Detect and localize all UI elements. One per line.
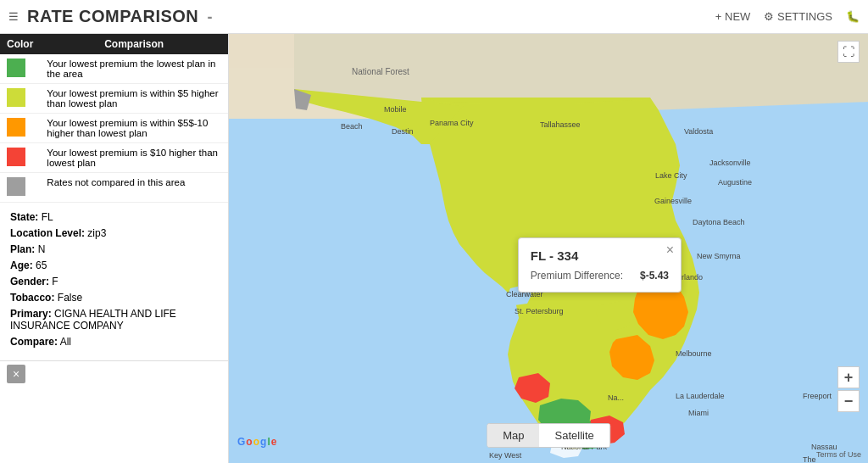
- svg-text:Daytona Beach: Daytona Beach: [693, 218, 745, 226]
- map-popup: × FL - 334 Premium Difference: $-5.43: [518, 237, 682, 293]
- map-area[interactable]: National Forest Tallahassee Valdosta Jac…: [229, 34, 868, 463]
- legend-color-swatch: [7, 177, 25, 196]
- google-logo: Google: [237, 436, 276, 448]
- zoom-out-button[interactable]: −: [837, 390, 860, 412]
- header-right: + NEW ⚙ SETTINGS 🐛: [715, 10, 860, 23]
- legend-text-cell: Rates not compared in this area: [40, 173, 228, 203]
- tobacco-info: Tobacco: False: [10, 292, 218, 304]
- svg-text:Miami: Miami: [688, 409, 709, 417]
- legend-color-cell: [0, 173, 40, 203]
- gender-info: Gender: F: [10, 276, 218, 287]
- legend-row: Rates not compared in this area: [0, 173, 228, 203]
- svg-text:Panama City: Panama City: [430, 119, 474, 127]
- left-panel: Color Comparison Your lowest premium the…: [0, 34, 229, 463]
- legend-row: Your lowest premium is within $5 higher …: [0, 84, 228, 114]
- legend-comparison-header: Comparison: [40, 34, 228, 54]
- plan-info: Plan: N: [10, 243, 218, 255]
- menu-button[interactable]: ☰: [8, 10, 19, 23]
- map-national-forest-label: National Forest: [352, 67, 409, 76]
- legend-text-cell: Your lowest premium the lowest plan in t…: [40, 54, 228, 84]
- svg-text:Key West: Key West: [489, 451, 522, 460]
- legend-row: Your lowest premium the lowest plan in t…: [0, 54, 228, 84]
- svg-text:Jacksonville: Jacksonville: [709, 159, 751, 167]
- title-text: RATE COMPARISON: [27, 7, 198, 25]
- terms-link[interactable]: Terms of Use: [816, 450, 861, 459]
- legend-text-cell: Your lowest premium is $10 higher than l…: [40, 143, 228, 173]
- legend-row: Your lowest premium is within $5$-10 hig…: [0, 114, 228, 143]
- svg-text:Melbourne: Melbourne: [676, 349, 712, 358]
- popup-close-button[interactable]: ×: [666, 243, 674, 258]
- legend-color-cell: [0, 84, 40, 114]
- popup-premium-label: Premium Difference:: [531, 270, 623, 282]
- title-suffix: -: [207, 8, 213, 25]
- legend-color-cell: [0, 54, 40, 84]
- svg-text:Destin: Destin: [392, 127, 414, 136]
- header-left: ☰ RATE COMPARISON -: [8, 7, 213, 26]
- svg-text:Mobile: Mobile: [384, 105, 407, 114]
- new-button[interactable]: + NEW: [715, 10, 751, 23]
- legend-color-swatch: [7, 118, 25, 137]
- zoom-in-button[interactable]: +: [837, 366, 860, 388]
- header: ☰ RATE COMPARISON - + NEW ⚙ SETTINGS 🐛: [0, 0, 868, 34]
- legend-color-header: Color: [0, 34, 40, 54]
- info-section: State: FL Location Level: zip3 Plan: N A…: [0, 203, 228, 360]
- legend-color-swatch: [7, 88, 25, 107]
- legend-text-cell: Your lowest premium is within $5$-10 hig…: [40, 114, 228, 143]
- svg-text:The: The: [803, 455, 816, 463]
- fullscreen-button[interactable]: ⛶: [837, 41, 860, 63]
- legend-text-cell: Your lowest premium is within $5 higher …: [40, 84, 228, 114]
- legend-table: Color Comparison Your lowest premium the…: [0, 34, 228, 203]
- location-info: Location Level: zip3: [10, 227, 218, 239]
- legend-color-swatch: [7, 148, 25, 166]
- svg-text:Tallahassee: Tallahassee: [540, 120, 581, 129]
- svg-text:New Smyrna: New Smyrna: [697, 252, 741, 260]
- map-type-satellite-button[interactable]: Satellite: [540, 424, 609, 447]
- map-type-map-button[interactable]: Map: [487, 424, 539, 447]
- svg-text:Augustine: Augustine: [718, 178, 752, 187]
- svg-text:Freeport: Freeport: [803, 392, 832, 400]
- panel-close-button[interactable]: ×: [7, 365, 25, 383]
- page-title: RATE COMPARISON -: [27, 7, 213, 26]
- state-info: State: FL: [10, 211, 218, 223]
- legend-row: Your lowest premium is $10 higher than l…: [0, 143, 228, 173]
- age-info: Age: 65: [10, 259, 218, 271]
- svg-text:Valdosta: Valdosta: [684, 127, 713, 136]
- popup-premium-row: Premium Difference: $-5.43: [531, 270, 669, 282]
- svg-text:La Lauderdale: La Lauderdale: [676, 392, 725, 400]
- legend-color-cell: [0, 143, 40, 173]
- primary-info: Primary: CIGNA HEALTH AND LIFE INSURANCE…: [10, 308, 218, 332]
- panel-close-area: ×: [0, 360, 228, 387]
- map-zoom-controls: + −: [837, 366, 860, 412]
- map-type-toggle: Map Satellite: [487, 423, 610, 448]
- bug-button[interactable]: 🐛: [846, 10, 860, 23]
- svg-text:Lake City: Lake City: [655, 171, 687, 180]
- legend-color-cell: [0, 114, 40, 143]
- legend-color-swatch: [7, 59, 25, 77]
- svg-text:St. Petersburg: St. Petersburg: [515, 307, 564, 315]
- svg-text:Beach: Beach: [341, 122, 363, 131]
- main-container: Color Comparison Your lowest premium the…: [0, 34, 868, 463]
- popup-premium-value: $-5.43: [640, 270, 669, 282]
- svg-text:Na...: Na...: [608, 393, 624, 402]
- compare-info: Compare: All: [10, 336, 218, 348]
- popup-title: FL - 334: [531, 248, 669, 263]
- menu-icon: ☰: [8, 10, 19, 23]
- settings-button[interactable]: ⚙ SETTINGS: [764, 10, 832, 23]
- svg-text:Gainesville: Gainesville: [654, 197, 692, 205]
